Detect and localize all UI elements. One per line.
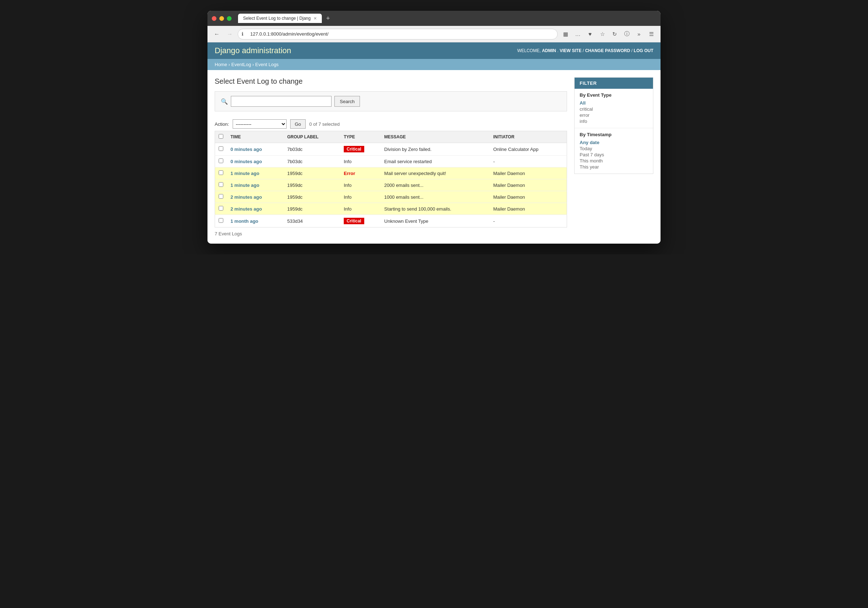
separator: . [557,48,558,53]
error-badge: Error [344,171,355,176]
address-bar[interactable]: ℹ 127.0.0.1:8000/admin/eventlog/event/ [238,29,558,40]
row-checkbox[interactable] [219,146,223,151]
group-label-cell: 1959dc [284,179,340,191]
row-checkbox[interactable] [219,194,223,199]
maximize-button[interactable] [227,16,232,21]
critical-badge: Critical [344,146,364,152]
time-link[interactable]: 1 month ago [231,218,258,224]
time-link[interactable]: 0 minutes ago [231,147,262,152]
filter-timestamp-link[interactable]: Past 7 days [580,152,648,158]
initiator-cell: Online Calculator App [490,143,567,156]
message-cell: 2000 emails sent... [381,179,490,191]
search-input[interactable] [231,96,332,107]
initiator-cell: - [490,215,567,227]
content-area: Select Event Log to change 🔍 Search Acti… [208,70,660,244]
breadcrumb-home[interactable]: Home [215,62,227,67]
row-checkbox[interactable] [219,158,223,163]
minimize-button[interactable] [219,16,224,21]
group-label-cell: 1959dc [284,203,340,215]
refresh-icon[interactable]: ↻ [609,29,620,39]
time-link[interactable]: 2 minutes ago [231,206,262,212]
time-link[interactable]: 0 minutes ago [231,159,262,164]
initiator-cell: Mailer Daemon [490,179,567,191]
row-checkbox[interactable] [219,206,223,210]
table-row: 1 month ago533d34CriticalUnknown Event T… [215,215,567,227]
breadcrumb-sep1: › [228,62,230,67]
log-out-link[interactable]: LOG OUT [634,48,653,53]
time-link[interactable]: 1 minute ago [231,171,259,176]
bookmark-icon[interactable]: ☆ [597,29,607,39]
row-checkbox[interactable] [219,182,223,187]
type-cell: Info [340,179,381,191]
row-checkbox[interactable] [219,218,223,223]
tab-title: Select Event Log to change | Djang [243,16,311,21]
menu-icon[interactable]: ☰ [646,29,656,39]
header-time: TIME [227,131,284,143]
filter-timestamp-link[interactable]: Any date [580,139,648,145]
initiator-cell: Mailer Daemon [490,191,567,203]
breadcrumb-sep2: › [253,62,254,67]
breadcrumb: Home › EventLog › Event Logs [208,59,660,70]
new-tab-button[interactable]: + [326,15,330,22]
toolbar-icons: ▦ … ♥ ☆ ↻ ⓘ » ☰ [561,29,656,39]
filter-event-type-link[interactable]: All [580,100,648,106]
table-footer: 7 Event Logs [215,231,567,237]
tab-close-icon[interactable]: ✕ [313,16,317,21]
filter-event-type-section: By Event Type Allcriticalerrorinfo [575,89,653,128]
breadcrumb-current: Event Logs [255,62,279,67]
select-all-checkbox[interactable] [219,134,223,139]
group-label-cell: 7b03dc [284,156,340,167]
initiator-cell: Mailer Daemon [490,167,567,179]
action-go-button[interactable]: Go [290,119,305,128]
back-button[interactable]: ← [212,29,222,39]
table-row: 0 minutes ago7b03dcInfoEmail service res… [215,156,567,167]
admin-name-link[interactable]: ADMIN [542,48,556,53]
group-label-cell: 7b03dc [284,143,340,156]
type-cell: Critical [340,215,381,227]
selected-count: 0 of 7 selected [309,121,340,127]
main-content: Select Event Log to change 🔍 Search Acti… [215,77,567,237]
filter-timestamp-link[interactable]: Today [580,145,648,152]
filter-event-type-title: By Event Type [580,92,648,98]
change-password-link[interactable]: CHANGE PASSWORD [585,48,630,53]
table-row: 0 minutes ago7b03dcCriticalDivision by Z… [215,143,567,156]
filter-timestamp-link[interactable]: This month [580,158,648,164]
django-admin-title[interactable]: Django administration [215,46,291,55]
info-circle-icon[interactable]: ⓘ [622,29,632,39]
shield-icon[interactable]: ♥ [585,29,595,39]
close-button[interactable] [212,16,217,21]
row-checkbox[interactable] [219,170,223,175]
type-cell: Error [340,167,381,179]
filter-timestamp-link[interactable]: This year [580,164,648,170]
search-icon: 🔍 [221,98,228,105]
header-message: MESSAGE [381,131,490,143]
type-cell: Info [340,191,381,203]
chevron-right-icon[interactable]: » [634,29,644,39]
action-row: Action: ---------- Go 0 of 7 selected [215,117,567,131]
search-button[interactable]: Search [335,96,360,107]
header-initiator: INITIATOR [490,131,567,143]
filter-event-type-link[interactable]: info [580,118,648,124]
reader-view-icon[interactable]: ▦ [561,29,570,39]
browser-tab[interactable]: Select Event Log to change | Djang ✕ [238,14,322,23]
type-cell: Critical [340,143,381,156]
type-cell: Info [340,156,381,167]
time-link[interactable]: 2 minutes ago [231,194,262,200]
critical-badge: Critical [344,218,364,224]
action-select[interactable]: ---------- [232,119,287,128]
filter-event-type-link[interactable]: error [580,112,648,118]
search-bar: 🔍 Search [215,91,567,111]
page-title: Select Event Log to change [215,77,567,85]
forward-button[interactable]: → [225,29,235,39]
filter-timestamp-section: By Timestamp Any dateTodayPast 7 daysThi… [575,128,653,173]
django-header: Django administration WELCOME, ADMIN . V… [208,42,660,59]
security-icon: ℹ [242,31,243,37]
time-link[interactable]: 1 minute ago [231,183,259,188]
more-icon[interactable]: … [573,29,583,39]
event-log-table: TIME GROUP LABEL TYPE MESSAGE INITIATOR … [215,131,567,227]
filter-event-type-link[interactable]: critical [580,106,648,112]
table-row: 2 minutes ago1959dcInfo1000 emails sent.… [215,191,567,203]
view-site-link[interactable]: VIEW SITE [560,48,581,53]
breadcrumb-eventlog[interactable]: EventLog [231,62,251,67]
initiator-cell: - [490,156,567,167]
